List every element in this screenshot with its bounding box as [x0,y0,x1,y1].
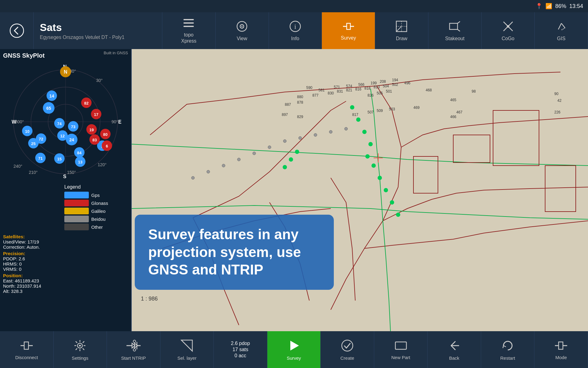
svg-point-101 [371,163,376,168]
bottom-btn-new-part[interactable]: New Part [374,331,428,368]
skyplot-container: 330° 30° 90° 120° 150° 210° 240° 300° N … [7,63,124,180]
legend-glonass-label: Glonass [91,201,108,206]
north-value: North: 231037.914 [3,283,41,289]
svg-text:878: 878 [297,100,303,105]
gnss-title: GNSS SkyPlot [3,52,45,59]
svg-text:826: 826 [368,93,374,98]
legend-beidou-label: Beidou [91,217,106,222]
toolbar-btn-stakeout[interactable]: Stakeout [428,12,482,49]
svg-point-112 [283,165,287,169]
info-icon: i [289,20,301,34]
svg-text:12: 12 [60,134,65,138]
vrms-value: VRMS: 0 [3,266,21,272]
used-view-value: Used/View: 17/19 [3,239,39,244]
survey-icon [342,21,355,33]
svg-text:194: 194 [392,78,398,82]
svg-text:10: 10 [25,129,29,134]
clock: 13:54 [569,3,583,10]
correction-value: Correction: Auton. [3,244,40,250]
svg-point-94 [329,130,332,133]
svg-text:581: 581 [318,88,325,92]
svg-point-107 [362,130,367,134]
svg-text:25: 25 [31,141,36,146]
legend-other-label: Other [91,224,103,230]
info-label: Info [291,36,300,41]
disconnect-icon [20,339,33,354]
new-part-icon [394,339,408,354]
svg-point-98 [207,170,210,173]
map-area[interactable]: 590 581 571 574 566 199 208 194 98 90 88… [132,49,588,331]
toolbar-btn-gis[interactable]: GIS [535,12,588,49]
view-icon [236,20,248,34]
svg-point-178 [342,340,353,351]
svg-text:N: N [64,69,67,75]
back-button[interactable] [0,12,34,49]
svg-text:821: 821 [346,88,352,92]
hrms-value: HRMS: 0 [3,261,22,266]
svg-text:24: 24 [69,137,74,142]
svg-text:17: 17 [94,112,98,117]
gis-icon [555,20,567,34]
bottom-btn-create[interactable]: Create [321,331,374,368]
svg-point-90 [268,146,271,149]
svg-text:830: 830 [328,91,334,95]
svg-point-102 [378,176,382,180]
svg-point-173 [133,340,136,343]
svg-text:467: 467 [456,110,462,114]
battery-level: 86% [555,3,566,10]
svg-point-99 [191,176,194,179]
svg-line-17 [458,21,460,23]
new-part-label: New Part [391,355,410,360]
bottom-btn-sel-layer[interactable]: Sel. layer [160,331,214,368]
svg-text:887: 887 [285,102,291,107]
app-title: Sats [40,21,156,33]
top-toolbar: Sats Egyseges Orszagos Vetulet DT - Poly… [0,12,588,49]
status-bar: 📍 📶 86% 13:54 [0,0,588,12]
toolbar-btn-cogo[interactable]: CoGo [482,12,535,49]
svg-text:496: 496 [404,81,410,85]
bottom-btn-start-ntrip[interactable]: Start NTRIP [107,331,160,368]
left-panel: GNSS SkyPlot Built in GNSS 330° 30° 90° … [0,49,132,331]
legend-glonass: Glonass [64,200,128,206]
svg-point-0 [10,24,24,37]
bottom-toolbar: Disconnect Settings Start NTRIP Sel. lay… [0,331,588,368]
svg-point-110 [295,150,299,154]
built-in-gnss-label: Built in GNSS [104,51,128,55]
bottom-btn-mode[interactable]: Mode [534,331,588,368]
svg-line-15 [396,26,401,32]
toolbar-btn-view[interactable]: View [216,12,269,49]
svg-text:90: 90 [554,92,559,96]
bottom-btn-restart[interactable]: Restart [481,331,535,368]
bottom-btn-survey[interactable]: Survey [267,331,321,368]
svg-rect-179 [395,342,406,349]
svg-point-93 [314,133,317,136]
svg-text:509: 509 [377,109,383,113]
svg-text:i: i [294,23,296,30]
toolbar-btn-survey[interactable]: Survey [322,12,375,49]
svg-point-89 [253,152,256,155]
survey-play-label: Survey [287,355,301,361]
svg-point-21 [507,25,509,28]
svg-text:503: 503 [389,107,395,111]
svg-rect-3 [183,26,194,27]
svg-line-166 [83,341,84,343]
topo-xpress-icon [183,17,195,30]
stakeout-icon [449,20,461,34]
sel-layer-label: Sel. layer [177,355,197,361]
svg-text:73: 73 [71,125,75,129]
app-title-area: Sats Egyseges Orszagos Vetulet DT - Poly… [34,12,162,49]
bottom-btn-disconnect[interactable]: Disconnect [0,331,54,368]
legend-gps-label: Gps [91,193,100,198]
toolbar-btn-draw[interactable]: Draw [375,12,428,49]
toolbar-btn-info[interactable]: i Info [269,12,322,49]
settings-icon [73,339,87,354]
draw-icon [395,20,408,34]
svg-text:90°: 90° [111,119,118,124]
bottom-btn-settings[interactable]: Settings [54,331,107,368]
bottom-btn-back[interactable]: Back [428,331,481,368]
toolbar-btn-topo-xpress[interactable]: topo Xpress [162,12,216,49]
gis-label: GIS [557,36,566,41]
legend-other: Other [64,224,128,230]
svg-text:818: 818 [364,86,371,90]
svg-text:829: 829 [297,115,303,119]
